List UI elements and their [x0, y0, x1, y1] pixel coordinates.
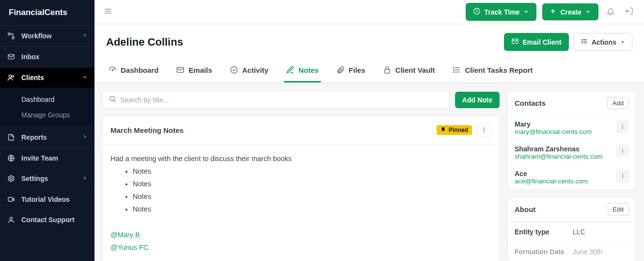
- add-contact-button[interactable]: Add: [607, 97, 629, 109]
- sidebar-item-tutorial-videos[interactable]: Tutorial Videos: [0, 189, 94, 210]
- person-icon: [7, 215, 16, 224]
- sidebar-nav: Workflow Inbox Clients Dashboard: [0, 25, 94, 261]
- svg-point-37: [484, 128, 485, 129]
- tab-dashboard[interactable]: Dashboard: [106, 61, 160, 82]
- svg-point-4: [12, 75, 14, 77]
- envelope-icon: [511, 37, 519, 47]
- tab-label: Notes: [298, 66, 319, 74]
- mention[interactable]: @Yunus FC: [110, 244, 148, 251]
- sidebar-label: Invite Team: [21, 154, 58, 162]
- sidebar-label: Contact Support: [21, 216, 75, 224]
- tab-client-tasks-report[interactable]: Client Tasks Report: [450, 61, 534, 82]
- kebab-icon: [620, 124, 626, 130]
- list-icon: [452, 65, 461, 74]
- contact-row: Shahram Zarshenas shahram@financial-cent…: [508, 140, 636, 165]
- sidebar-sub-manage-groups[interactable]: Manage Groups: [21, 107, 94, 123]
- users-icon: [7, 73, 16, 82]
- activity-icon: [230, 65, 238, 74]
- contact-email[interactable]: mary@financial-cents.com: [515, 128, 616, 135]
- svg-line-36: [114, 100, 115, 102]
- paperclip-icon: [336, 65, 345, 74]
- svg-point-38: [484, 130, 485, 130]
- about-key: Formation Date: [515, 248, 573, 256]
- tabs: Dashboard Emails Activity Notes Files: [106, 61, 632, 82]
- svg-point-21: [581, 39, 582, 40]
- page-head: Adeline Collins Email Client Actions: [94, 24, 644, 83]
- tab-label: Emails: [188, 66, 212, 74]
- tab-files[interactable]: Files: [334, 61, 367, 82]
- note-menu-button[interactable]: [477, 123, 491, 137]
- chevron-right-icon: [82, 175, 88, 182]
- svg-point-41: [622, 126, 623, 127]
- mail-icon: [7, 52, 16, 61]
- tab-emails[interactable]: Emails: [174, 61, 214, 82]
- sidebar: FinancialCents Workflow Inbox Clients: [0, 0, 94, 261]
- contact-menu-button[interactable]: [616, 145, 629, 158]
- sidebar-item-workflow[interactable]: Workflow: [0, 26, 94, 46]
- bookmark-icon: [440, 127, 446, 133]
- search-bar[interactable]: [102, 91, 449, 109]
- svg-point-9: [10, 217, 12, 220]
- gear-icon: [7, 174, 16, 183]
- svg-point-27: [231, 66, 237, 73]
- create-button[interactable]: Create: [542, 3, 598, 20]
- svg-point-3: [9, 75, 11, 78]
- tab-notes[interactable]: Notes: [284, 61, 321, 82]
- contacts-title: Contacts: [515, 99, 546, 107]
- track-time-label: Track Time: [485, 8, 520, 16]
- email-client-button[interactable]: Email Client: [504, 33, 569, 51]
- main: Track Time Create Adeline Collins: [94, 0, 644, 261]
- svg-point-45: [622, 153, 623, 154]
- sidebar-item-settings[interactable]: Settings: [0, 168, 94, 189]
- actions-label: Actions: [592, 38, 616, 46]
- svg-point-33: [454, 69, 455, 70]
- edit-about-button[interactable]: Edit: [608, 203, 629, 215]
- about-title: About: [515, 205, 535, 213]
- about-row: Entity type LLC: [508, 222, 636, 242]
- workflow-icon: [7, 32, 16, 40]
- track-time-button[interactable]: Track Time: [466, 3, 537, 21]
- sidebar-sub-dashboard[interactable]: Dashboard: [21, 92, 94, 107]
- lock-icon: [383, 65, 392, 74]
- tab-activity[interactable]: Activity: [228, 61, 270, 82]
- search-input[interactable]: [120, 96, 443, 104]
- sidebar-item-clients[interactable]: Clients: [0, 67, 94, 88]
- sidebar-item-inbox[interactable]: Inbox: [0, 47, 94, 67]
- contact-menu-button[interactable]: [616, 170, 629, 182]
- plus-icon: [550, 8, 556, 16]
- contact-menu-button[interactable]: [616, 120, 629, 133]
- tab-client-vault[interactable]: Client Vault: [381, 61, 437, 82]
- tab-label: Files: [349, 66, 365, 74]
- add-note-button[interactable]: Add Note: [455, 92, 500, 108]
- svg-point-46: [622, 174, 623, 175]
- about-row: Formation Date June 30th: [508, 242, 636, 261]
- sidebar-label: Tutorial Videos: [21, 196, 70, 203]
- contact-email[interactable]: shahram@financial-cents.com: [515, 153, 616, 160]
- mention[interactable]: @Mary B: [110, 231, 140, 239]
- sidebar-item-invite-team[interactable]: Invite Team: [0, 148, 94, 168]
- about-card: About Edit Entity type LLC Formation Dat…: [507, 197, 636, 261]
- sidebar-sub-clients: Dashboard Manage Groups: [0, 88, 94, 127]
- sidebar-label: Settings: [21, 175, 48, 182]
- clock-icon: [473, 7, 481, 16]
- logout-icon[interactable]: [623, 5, 635, 19]
- note-bullet: Notes: [133, 178, 491, 190]
- globe-icon: [7, 154, 16, 163]
- svg-point-35: [110, 97, 114, 101]
- sidebar-item-reports[interactable]: Reports: [0, 127, 94, 147]
- bell-icon[interactable]: [604, 5, 617, 19]
- hamburger-icon[interactable]: [103, 6, 113, 17]
- contact-email[interactable]: ace@financial-cents.com: [515, 178, 616, 185]
- contacts-card: Contacts Add Mary mary@financial-cents.c…: [507, 91, 636, 190]
- contact-row: Mary mary@financial-cents.com: [508, 115, 636, 140]
- svg-rect-7: [8, 197, 13, 201]
- sidebar-item-contact-support[interactable]: Contact Support: [0, 210, 94, 230]
- gauge-icon: [108, 65, 117, 74]
- search-icon: [109, 95, 116, 104]
- edit-icon: [286, 65, 295, 74]
- about-value: June 30th: [573, 248, 603, 256]
- svg-point-32: [454, 67, 455, 68]
- note-bullet: Notes: [133, 203, 491, 215]
- page-title: Adeline Collins: [106, 36, 183, 49]
- actions-button[interactable]: Actions: [574, 33, 632, 51]
